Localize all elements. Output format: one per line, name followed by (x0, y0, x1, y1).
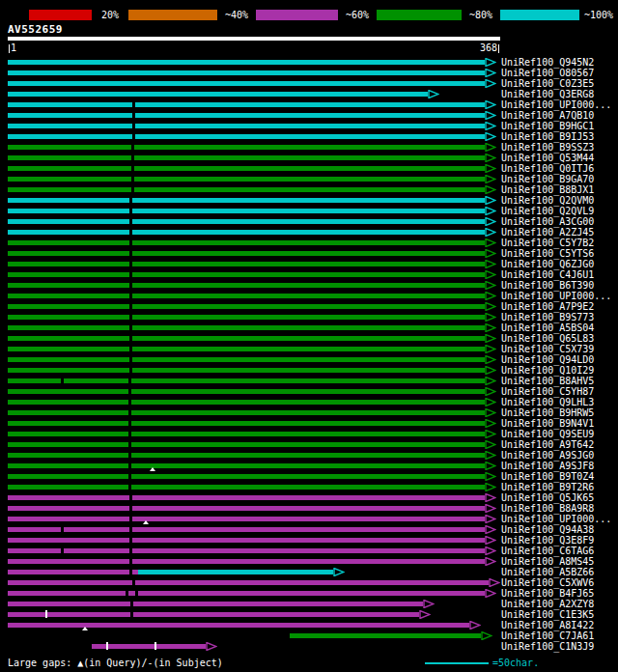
alignment-row[interactable]: UniRef100_A3CG00 (0, 216, 618, 227)
alignment-row[interactable]: UniRef100_Q53M44 (0, 153, 618, 163)
alignment-row[interactable]: UniRef100_B8A9R8 (0, 503, 618, 514)
hit-accession[interactable]: UniRef100_UPI000... (501, 99, 611, 110)
alignment-row[interactable]: UniRef100_B9HGC1 (0, 121, 618, 131)
hit-accession[interactable]: UniRef100_Q53M44 (501, 153, 594, 163)
alignment-row[interactable]: UniRef100_C1E3K5 (0, 609, 618, 620)
hit-accession[interactable]: UniRef100_Q6ZJG0 (501, 259, 594, 269)
hit-accession[interactable]: UniRef100_C5Y7B2 (501, 238, 594, 248)
hit-accession[interactable]: UniRef100_C5YH87 (501, 386, 594, 397)
alignment-row[interactable]: UniRef100_A2XZY8 (0, 599, 618, 609)
hit-accession[interactable]: UniRef100_A2ZJ45 (501, 227, 594, 238)
alignment-row[interactable]: UniRef100_B9T2R6 (0, 482, 618, 492)
hit-accession[interactable]: UniRef100_B9S773 (501, 312, 594, 322)
hit-accession[interactable]: UniRef100_Q9SEU9 (501, 429, 594, 439)
hit-accession[interactable]: UniRef100_C1E3K5 (501, 609, 594, 620)
alignment-row[interactable]: UniRef100_Q94LD0 (0, 354, 618, 365)
hit-accession[interactable]: UniRef100_Q9LHL3 (501, 397, 594, 407)
hit-accession[interactable]: UniRef100_B6T390 (501, 280, 594, 291)
alignment-row[interactable]: UniRef100_C5X739 (0, 344, 618, 354)
alignment-row[interactable]: UniRef100_C5YTS6 (0, 248, 618, 259)
hit-accession[interactable]: UniRef100_B9GA70 (501, 174, 594, 184)
alignment-row[interactable]: UniRef100_Q0ITJ6 (0, 163, 618, 174)
hit-accession[interactable]: UniRef100_Q0ITJ6 (501, 163, 594, 174)
alignment-row[interactable]: UniRef100_UPI000... (0, 514, 618, 524)
alignment-row[interactable]: UniRef100_C0Z3E5 (0, 78, 618, 89)
alignment-row[interactable]: UniRef100_C5Y7B2 (0, 238, 618, 248)
hit-accession[interactable]: UniRef100_B9N4V1 (501, 418, 594, 429)
hit-accession[interactable]: UniRef100_A9SJF8 (501, 461, 594, 471)
alignment-row[interactable]: UniRef100_Q3ERG8 (0, 89, 618, 99)
alignment-row[interactable]: UniRef100_Q9LHL3 (0, 397, 618, 407)
alignment-row[interactable]: UniRef100_C4J6U1 (0, 269, 618, 280)
alignment-row[interactable]: UniRef100_B8AHV5 (0, 376, 618, 386)
hit-accession[interactable]: UniRef100_O80567 (501, 68, 594, 78)
hit-accession[interactable]: UniRef100_B8A9R8 (501, 503, 594, 514)
hit-accession[interactable]: UniRef100_Q94LD0 (501, 354, 594, 365)
hit-accession[interactable]: UniRef100_A7P9E2 (501, 301, 594, 312)
hit-accession[interactable]: UniRef100_A9T642 (501, 439, 594, 450)
alignment-row[interactable]: UniRef100_B9GA70 (0, 174, 618, 184)
alignment-row[interactable]: UniRef100_A2ZJ45 (0, 227, 618, 238)
hit-accession[interactable]: UniRef100_C4J6U1 (501, 269, 594, 280)
hit-accession[interactable]: UniRef100_C5XWV6 (501, 577, 594, 588)
hit-accession[interactable]: UniRef100_B8AHV5 (501, 376, 594, 386)
alignment-row[interactable]: UniRef100_A9SJF8 (0, 461, 618, 471)
alignment-row[interactable]: UniRef100_C7JA61 (0, 630, 618, 641)
hit-accession[interactable]: UniRef100_Q10I29 (501, 365, 594, 376)
alignment-row[interactable]: UniRef100_A7P9E2 (0, 301, 618, 312)
alignment-row[interactable]: UniRef100_B6T390 (0, 280, 618, 291)
hit-accession[interactable]: UniRef100_C5YTS6 (501, 248, 594, 259)
alignment-row[interactable]: UniRef100_B9SSZ3 (0, 142, 618, 153)
hit-accession[interactable]: UniRef100_B9T0Z4 (501, 471, 594, 482)
hit-accession[interactable]: UniRef100_A5BS04 (501, 322, 594, 333)
hit-accession[interactable]: UniRef100_A7QB10 (501, 110, 594, 121)
hit-accession[interactable]: UniRef100_A8I422 (501, 620, 594, 630)
alignment-row[interactable]: UniRef100_Q2QVL9 (0, 206, 618, 216)
alignment-row[interactable]: UniRef100_Q3E8F9 (0, 535, 618, 546)
alignment-row[interactable]: UniRef100_C5XWV6 (0, 577, 618, 588)
alignment-row[interactable]: UniRef100_B9T0Z4 (0, 471, 618, 482)
hit-accession[interactable]: UniRef100_A2XZY8 (501, 599, 594, 609)
alignment-row[interactable]: UniRef100_C5YH87 (0, 386, 618, 397)
alignment-row[interactable]: UniRef100_C1N3J9 (0, 641, 618, 652)
hit-accession[interactable]: UniRef100_Q2QVM0 (501, 195, 594, 206)
alignment-row[interactable]: UniRef100_A9T642 (0, 439, 618, 450)
alignment-row[interactable]: UniRef100_Q5JK65 (0, 492, 618, 503)
hit-accession[interactable]: UniRef100_Q3E8F9 (501, 535, 594, 546)
alignment-row[interactable]: UniRef100_Q10I29 (0, 365, 618, 376)
alignment-row[interactable]: UniRef100_A8MS45 (0, 556, 618, 567)
hit-accession[interactable]: UniRef100_UPI000... (501, 514, 611, 524)
alignment-row[interactable]: UniRef100_C6TAG6 (0, 546, 618, 556)
alignment-row[interactable]: UniRef100_Q65L83 (0, 333, 618, 344)
hit-accession[interactable]: UniRef100_Q2QVL9 (501, 206, 594, 216)
hit-accession[interactable]: UniRef100_A3CG00 (501, 216, 594, 227)
alignment-row[interactable]: UniRef100_B8BJX1 (0, 184, 618, 195)
alignment-row[interactable]: UniRef100_Q945N2 (0, 57, 618, 68)
alignment-row[interactable]: UniRef100_A8I422 (0, 620, 618, 630)
alignment-row[interactable]: UniRef100_Q9SEU9 (0, 429, 618, 439)
hit-accession[interactable]: UniRef100_C5X739 (501, 344, 594, 354)
alignment-row[interactable]: UniRef100_A5BZ66 (0, 567, 618, 577)
alignment-row[interactable]: UniRef100_B4FJ65 (0, 588, 618, 599)
alignment-row[interactable]: UniRef100_B9S773 (0, 312, 618, 322)
hit-accession[interactable]: UniRef100_Q5JK65 (501, 492, 594, 503)
hit-accession[interactable]: UniRef100_A5BZ66 (501, 567, 594, 577)
hit-accession[interactable]: UniRef100_B9IJ53 (501, 131, 594, 142)
hit-accession[interactable]: UniRef100_A8MS45 (501, 556, 594, 567)
alignment-row[interactable]: UniRef100_A9SJG0 (0, 450, 618, 461)
alignment-row[interactable]: UniRef100_Q2QVM0 (0, 195, 618, 206)
hit-accession[interactable]: UniRef100_C1N3J9 (501, 641, 594, 652)
hit-accession[interactable]: UniRef100_Q3ERG8 (501, 89, 594, 99)
hit-accession[interactable]: UniRef100_B4FJ65 (501, 588, 594, 599)
alignment-row[interactable]: UniRef100_UPI000... (0, 291, 618, 301)
hit-accession[interactable]: UniRef100_B9HRW5 (501, 407, 594, 418)
hit-accession[interactable]: UniRef100_A9SJG0 (501, 450, 594, 461)
hit-accession[interactable]: UniRef100_UPI000... (501, 291, 611, 301)
hit-accession[interactable]: UniRef100_B9SSZ3 (501, 142, 594, 153)
alignment-row[interactable]: UniRef100_B9HRW5 (0, 407, 618, 418)
alignment-row[interactable]: UniRef100_UPI000... (0, 99, 618, 110)
hit-accession[interactable]: UniRef100_C0Z3E5 (501, 78, 594, 89)
hit-accession[interactable]: UniRef100_C7JA61 (501, 630, 594, 641)
hit-accession[interactable]: UniRef100_C6TAG6 (501, 546, 594, 556)
hit-accession[interactable]: UniRef100_Q945N2 (501, 57, 594, 68)
